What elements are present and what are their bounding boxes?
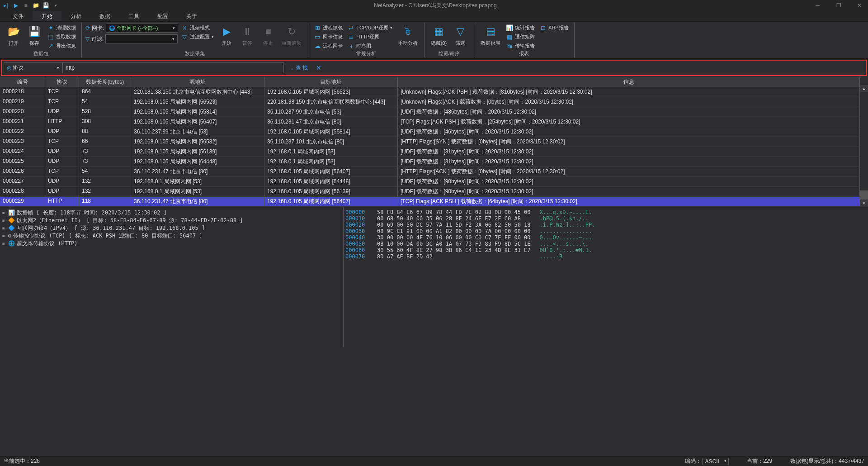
col-no[interactable]: 编号 bbox=[0, 77, 45, 87]
matrix-icon: ▦ bbox=[506, 33, 513, 40]
stop-icon: ■ bbox=[261, 24, 275, 39]
table-row[interactable]: 0000219TCP54192.168.0.105 局域网内网 [56523]2… bbox=[0, 97, 860, 107]
qat-stop-icon[interactable]: ■ bbox=[22, 1, 30, 10]
sieve-button[interactable]: ▽筛选 bbox=[450, 24, 470, 48]
col-info[interactable]: 信息 bbox=[398, 77, 860, 87]
tree-item[interactable]: ▪🌐超文本传输协议 (HTTP) bbox=[2, 240, 341, 247]
tree-icon: 🔶 bbox=[8, 217, 15, 224]
table-row[interactable]: 0000222UDP8836.110.237.99 北京市电信 [53]192.… bbox=[0, 127, 860, 137]
extract-button[interactable]: ⬚提取数据 bbox=[45, 33, 78, 41]
restart-button[interactable]: ↻重新启动 bbox=[279, 24, 304, 48]
ribbon: 📂打开 💾保存 ✦清理数据 ⬚提取数据 ↗导出信息 数据包 ⟳ 网卡: 🌐 全部… bbox=[0, 22, 868, 59]
stat-report-button[interactable]: 📊统计报告 bbox=[504, 24, 537, 32]
expand-icon[interactable]: ▪ bbox=[2, 240, 6, 247]
search-input[interactable] bbox=[62, 62, 284, 73]
qat-folder-icon[interactable]: 📁 bbox=[32, 1, 40, 10]
table-row[interactable]: 0000228UDP132192.168.0.1 局域网内网 [53]192.1… bbox=[0, 187, 860, 197]
export-button[interactable]: ↗导出信息 bbox=[45, 42, 78, 50]
grid-scrollbar[interactable]: ▲ ▼ bbox=[860, 77, 868, 207]
table-row[interactable]: 0000226TCP5436.110.231.47 北京市电信 [80]192.… bbox=[0, 167, 860, 177]
table-row[interactable]: 0000227UDP132192.168.0.1 局域网内网 [53]192.1… bbox=[0, 177, 860, 187]
tab-analyze[interactable]: 分析 bbox=[61, 11, 90, 21]
expand-icon[interactable]: ▪ bbox=[2, 217, 6, 224]
open-button[interactable]: 📂打开 bbox=[4, 24, 24, 48]
tab-start[interactable]: 开始 bbox=[33, 11, 61, 21]
table-row[interactable]: 0000229HTTP11836.110.231.47 北京市电信 [80]19… bbox=[0, 197, 860, 207]
protocol-tree[interactable]: ▪📊数据帧 [ 长度: 118字节 时间: 2020/3/15 12:30:02… bbox=[0, 207, 344, 347]
scroll-thumb[interactable] bbox=[860, 190, 868, 200]
qat-dropdown-icon[interactable]: ▾ bbox=[52, 1, 60, 10]
grid-header: 编号 协议 数据长度(bytes) 源地址 目标地址 信息 bbox=[0, 77, 860, 87]
target-icon: ◎ bbox=[7, 65, 11, 71]
maximize-button[interactable]: ❐ bbox=[832, 2, 845, 9]
tab-about[interactable]: 关于 bbox=[177, 11, 206, 21]
remote-nic-button[interactable]: ☁远程网卡 bbox=[312, 42, 344, 50]
minimize-button[interactable]: ─ bbox=[811, 2, 825, 9]
tree-item[interactable]: ▪🔷互联网协议4（IPv4） [ 源: 36.110.231.47 目标: 19… bbox=[2, 224, 341, 232]
report-icon: ▤ bbox=[483, 24, 498, 39]
arp-report-button[interactable]: ⊡ARP报告 bbox=[538, 24, 571, 32]
save-button[interactable]: 💾保存 bbox=[24, 24, 44, 48]
table-row[interactable]: 0000221HTTP308192.168.0.105 局域网内网 [56407… bbox=[0, 117, 860, 127]
tab-tools[interactable]: 工具 bbox=[119, 11, 148, 21]
col-proto[interactable]: 协议 bbox=[45, 77, 79, 87]
nic-select[interactable]: 🌐 全部网卡 (--全部--)▾ bbox=[106, 24, 178, 33]
expand-icon[interactable]: ▪ bbox=[2, 232, 6, 240]
data-report-button[interactable]: ▤数据报表 bbox=[478, 24, 503, 48]
tree-icon: ⚙ bbox=[8, 232, 11, 240]
funnel-icon: ▽ bbox=[181, 33, 188, 40]
table-row[interactable]: 0000224UDP73192.168.0.105 局域网内网 [56139]1… bbox=[0, 147, 860, 157]
expand-icon[interactable]: ▪ bbox=[2, 209, 6, 217]
filter-config-button[interactable]: ▽过滤配置▾ bbox=[179, 33, 216, 41]
mix-mode-button[interactable]: ⤭混杂模式 bbox=[179, 24, 216, 32]
trans-report-button[interactable]: ↹传输报告 bbox=[504, 42, 537, 50]
search-type-combo[interactable]: ◎ 协议 ▾ bbox=[4, 62, 62, 73]
col-dst[interactable]: 目标地址 bbox=[264, 77, 398, 87]
pause-button[interactable]: ⏸暂停 bbox=[237, 24, 257, 48]
globe-icon: 🌐 bbox=[109, 25, 115, 31]
scroll-down-icon[interactable]: ▼ bbox=[860, 200, 868, 207]
col-src[interactable]: 源地址 bbox=[131, 77, 264, 87]
scroll-up-icon[interactable]: ▲ bbox=[860, 85, 868, 92]
proc-capture-button[interactable]: ⊞进程抓包 bbox=[312, 24, 344, 32]
expand-icon[interactable]: ▪ bbox=[2, 224, 6, 232]
tree-item[interactable]: ▪🔶以太网2（Ethernet II） [ 目标: 58-FB-84-E6-67… bbox=[2, 217, 341, 224]
tcp-restore-button[interactable]: ⇄TCP/UDP还原▾ bbox=[345, 24, 394, 32]
clear-search-button[interactable]: ✕ bbox=[316, 64, 321, 71]
transfer-icon: ↹ bbox=[506, 42, 513, 49]
filter-icon[interactable]: ▽ bbox=[85, 36, 90, 42]
nic-info-button[interactable]: ▭网卡信息 bbox=[312, 33, 344, 41]
find-button[interactable]: ⌄查 找 bbox=[286, 64, 312, 72]
stop-button[interactable]: ■停止 bbox=[258, 24, 278, 48]
hide-icon: ▦ bbox=[431, 24, 446, 39]
http-restore-button[interactable]: ≣HTTP还原 bbox=[345, 33, 394, 41]
time-chart-button[interactable]: ⫞时序图 bbox=[345, 42, 394, 50]
qat-skip-icon[interactable]: ▸| bbox=[2, 1, 10, 10]
hide-button[interactable]: ▦隐藏(0) bbox=[428, 24, 449, 48]
start-capture-button[interactable]: ▶开始 bbox=[217, 24, 236, 48]
tab-data[interactable]: 数据 bbox=[90, 11, 119, 21]
table-row[interactable]: 0000218TCP864220.181.38.150 北京市电信互联网数据中心… bbox=[0, 87, 860, 97]
filter-select[interactable]: ▾ bbox=[105, 34, 178, 43]
status-encoding-combo[interactable]: ASCII▾ bbox=[702, 458, 729, 465]
comm-matrix-button[interactable]: ▦通信矩阵 bbox=[504, 33, 537, 41]
qat-play-icon[interactable]: ▶ bbox=[12, 1, 20, 10]
group-label: 数据包 bbox=[33, 50, 48, 57]
close-button[interactable]: ✕ bbox=[853, 2, 866, 9]
process-icon: ⊞ bbox=[314, 24, 321, 31]
tab-file[interactable]: 文件 bbox=[4, 11, 33, 21]
table-row[interactable]: 0000220UDP528192.168.0.105 局域网内网 [55814]… bbox=[0, 107, 860, 117]
chevron-down-icon: ⌄ bbox=[290, 66, 294, 71]
tab-config[interactable]: 配置 bbox=[148, 11, 177, 21]
manual-analyze-button[interactable]: 🖰手动分析 bbox=[395, 24, 420, 48]
tree-item[interactable]: ▪⚙传输控制协议 (TCP) [ 标志: ACK PSH 源端口: 80 目标端… bbox=[2, 232, 341, 240]
hex-view[interactable]: 0000000000100000200000300000400000500000… bbox=[344, 207, 868, 347]
table-row[interactable]: 0000225UDP73192.168.0.105 局域网内网 [64448]1… bbox=[0, 157, 860, 167]
tree-icon: 🔷 bbox=[8, 224, 15, 232]
refresh-icon[interactable]: ⟳ bbox=[85, 25, 90, 31]
qat-save-icon[interactable]: 💾 bbox=[42, 1, 50, 10]
col-len[interactable]: 数据长度(bytes) bbox=[79, 77, 131, 87]
table-row[interactable]: 0000223TCP66192.168.0.105 局域网内网 [56532]3… bbox=[0, 137, 860, 147]
tree-item[interactable]: ▪📊数据帧 [ 长度: 118字节 时间: 2020/3/15 12:30:02… bbox=[2, 209, 341, 217]
clear-button[interactable]: ✦清理数据 bbox=[45, 24, 78, 32]
